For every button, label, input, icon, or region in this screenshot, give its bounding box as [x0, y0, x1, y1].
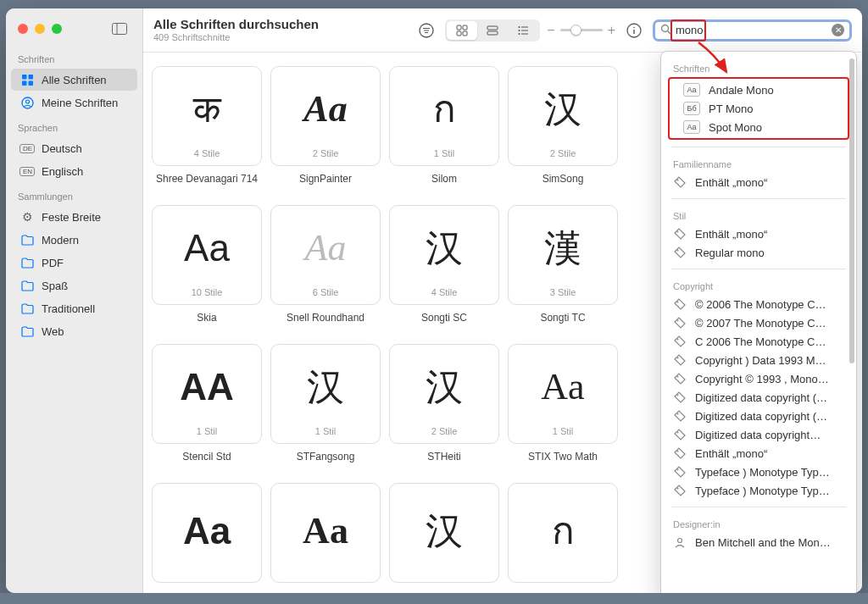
sidebar-section-label: Schriften — [6, 46, 142, 68]
svg-rect-12 — [457, 25, 461, 30]
dropdown-item[interactable]: Typeface ) Monotype Typ… — [661, 463, 856, 481]
sidebar-item[interactable]: ENEnglisch — [11, 160, 137, 182]
divider — [671, 147, 846, 147]
dropdown-item[interactable]: AaAndale Mono — [671, 80, 846, 99]
font-card[interactable]: 汉2 StileSimSong — [508, 66, 618, 198]
search-field[interactable]: ✕ — [653, 19, 852, 42]
scrollbar[interactable] — [849, 58, 854, 363]
font-card[interactable]: Aa — [270, 483, 381, 593]
minus-icon: − — [547, 23, 554, 38]
dropdown-item[interactable]: Digitized data copyright (… — [661, 388, 856, 407]
svg-point-7 — [25, 100, 29, 103]
sidebar-item[interactable]: PDF — [11, 252, 137, 274]
font-glyph: ก — [552, 490, 575, 572]
sidebar-item-icon — [19, 301, 35, 316]
font-style-count: 1 Stil — [553, 426, 573, 436]
svg-rect-15 — [463, 31, 467, 36]
font-card[interactable]: क4 StileShree Devanagari 714 — [152, 66, 262, 198]
dropdown-item[interactable]: Digitized data copyright… — [661, 425, 856, 444]
font-glyph: Aa — [541, 352, 584, 423]
font-card[interactable]: ก — [508, 483, 618, 593]
font-card[interactable]: 汉 — [389, 483, 499, 593]
svg-point-20 — [519, 30, 520, 31]
sidebar-item-icon — [19, 255, 35, 270]
sidebar-item[interactable]: Alle Schriften — [11, 69, 137, 91]
clear-search-button[interactable]: ✕ — [832, 24, 844, 36]
sidebar-item[interactable]: Modern — [11, 229, 137, 251]
font-glyph: AA — [180, 352, 234, 423]
info-button[interactable] — [622, 20, 646, 41]
svg-point-32 — [677, 302, 679, 303]
font-card[interactable]: 汉4 StileSongti SC — [389, 205, 499, 337]
dropdown-item-label: PT Mono — [709, 103, 754, 115]
svg-point-18 — [519, 26, 520, 28]
tag-icon — [673, 409, 687, 423]
dropdown-item[interactable]: AaSpot Mono — [671, 118, 846, 136]
sidebar-item-label: Alle Schriften — [42, 74, 107, 86]
dropdown-item[interactable]: Regular mono — [661, 243, 856, 262]
dropdown-item[interactable]: © 2006 The Monotype C… — [661, 295, 856, 313]
plus-icon: + — [608, 23, 615, 38]
font-glyph: Aa — [184, 213, 230, 284]
font-card[interactable]: Aa2 StileSignPainter — [270, 66, 381, 198]
sidebar-item-label: Feste Breite — [42, 211, 101, 224]
dropdown-item[interactable]: Ben Mitchell and the Mon… — [661, 533, 856, 551]
list-view-button[interactable] — [477, 21, 508, 40]
sidebar-item[interactable]: Spaß — [11, 274, 137, 296]
font-style-count: 4 Stile — [431, 287, 458, 297]
dropdown-item[interactable]: Copyright ) Data 1993 M… — [661, 351, 856, 369]
sidebar-toggle-icon[interactable] — [108, 20, 131, 37]
svg-point-34 — [677, 339, 679, 341]
minimize-window-button[interactable] — [35, 24, 45, 34]
grid-view-button[interactable] — [447, 21, 477, 40]
close-window-button[interactable] — [18, 24, 28, 34]
font-card[interactable]: 汉1 StilSTFangsong — [270, 344, 381, 476]
font-preview-box: 汉2 Stile — [508, 66, 618, 166]
dropdown-item[interactable]: Typeface ) Monotype Typ… — [661, 481, 856, 500]
sidebar-item[interactable]: DEDeutsch — [11, 137, 137, 159]
compact-view-button[interactable] — [508, 21, 538, 40]
font-preview-icon: Бб — [683, 102, 700, 115]
search-icon — [660, 23, 671, 38]
filter-button[interactable] — [415, 20, 438, 41]
dropdown-item[interactable]: © 2007 The Monotype C… — [661, 313, 856, 332]
app-window: SchriftenAlle SchriftenMeine SchriftenSp… — [6, 8, 862, 593]
svg-point-43 — [678, 539, 682, 543]
slider-track[interactable] — [560, 29, 603, 31]
sidebar-item[interactable]: Meine Schriften — [11, 91, 137, 114]
sidebar-item[interactable]: Traditionell — [11, 297, 137, 319]
sidebar-item-label: Meine Schriften — [42, 97, 118, 109]
font-name: SimSong — [542, 173, 584, 198]
font-card[interactable]: Aa6 StileSnell Roundhand — [270, 205, 381, 337]
search-input[interactable] — [676, 24, 827, 36]
font-style-count: 2 Stile — [550, 148, 576, 158]
font-card[interactable]: ก1 StilSilom — [389, 66, 499, 198]
dropdown-section-label: Familienname — [661, 154, 856, 173]
sidebar-item-label: Deutsch — [42, 142, 82, 155]
font-name: Songti TC — [540, 312, 585, 337]
svg-rect-5 — [28, 80, 33, 86]
dropdown-item[interactable]: Enthält „mono“ — [661, 444, 856, 463]
slider-thumb[interactable] — [570, 25, 581, 36]
size-slider[interactable]: − + — [547, 23, 615, 38]
font-name: STFangsong — [297, 451, 355, 476]
dropdown-item[interactable]: Digitized data copyright (… — [661, 407, 856, 425]
font-card[interactable]: 漢3 StileSongti TC — [508, 205, 618, 337]
dropdown-item[interactable]: Enthält „mono“ — [661, 224, 856, 243]
dropdown-item[interactable]: Copyright © 1993 , Mono… — [661, 369, 856, 388]
font-card[interactable]: 汉2 StileSTHeiti — [389, 344, 499, 476]
dropdown-item[interactable]: БбPT Mono — [671, 99, 846, 118]
font-card[interactable]: Aa — [152, 483, 262, 593]
sidebar-item[interactable]: Web — [11, 320, 137, 342]
font-preview-box: 汉1 Stil — [270, 344, 381, 444]
fullscreen-window-button[interactable] — [52, 24, 62, 34]
font-card[interactable]: Aa1 StilSTIX Two Math — [508, 344, 618, 476]
font-style-count: 4 Stile — [194, 148, 220, 158]
dropdown-item[interactable]: Enthält „mono“ — [661, 173, 856, 191]
font-card[interactable]: AA1 StilStencil Std — [152, 344, 262, 476]
font-glyph: Aa — [303, 490, 348, 572]
dropdown-item[interactable]: C 2006 The Monotype C… — [661, 332, 856, 351]
font-card[interactable]: Aa10 StileSkia — [152, 205, 262, 337]
sidebar-item[interactable]: ⚙Feste Breite — [11, 206, 137, 228]
dropdown-item-label: Typeface ) Monotype Typ… — [695, 466, 830, 479]
